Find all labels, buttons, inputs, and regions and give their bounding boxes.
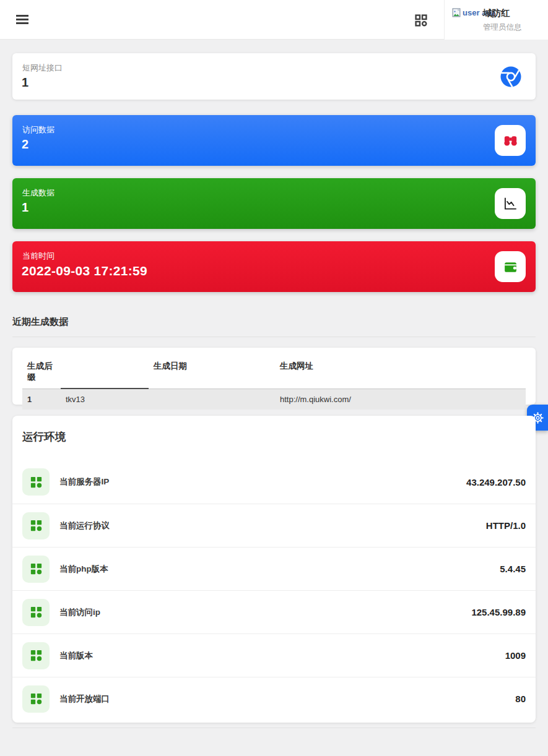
env-label: 当前php版本: [59, 564, 108, 575]
broken-image-icon: [452, 8, 461, 17]
col-header-date[interactable]: 生成日期: [149, 356, 275, 389]
table-cell-url: http://m.qiukwi.com/: [275, 389, 526, 410]
env-row-server-ip: 当前服务器IP 43.249.207.50: [12, 460, 536, 504]
grid-dot-icon: [22, 642, 50, 669]
grid-dot-icon: [22, 468, 50, 496]
env-row-php-version: 当前php版本 5.4.45: [12, 547, 536, 590]
menu-icon[interactable]: [16, 15, 30, 25]
env-label: 当前开放端口: [59, 694, 110, 705]
env-value: 43.249.207.50: [466, 477, 526, 488]
env-row-version: 当前版本 1009: [12, 634, 536, 677]
recent-section-title: 近期生成数据: [12, 316, 68, 328]
env-label: 当前运行协议: [59, 520, 110, 531]
top-bar: user avatar 域防红 管理员信息: [0, 0, 548, 40]
env-row-open-port: 当前开放端口 80: [12, 677, 536, 720]
env-value: 80: [515, 694, 526, 704]
grid-dot-icon: [22, 556, 50, 583]
recent-table-card: 生成后缀 生成日期 生成网址 1 tkv13 http://m.qiukwi.c…: [12, 348, 536, 405]
stat-label: 短网址接口: [22, 62, 63, 74]
grid-dot-icon: [22, 599, 50, 626]
table-cell-suffix: tkv13: [61, 389, 149, 410]
wallet-icon: [495, 251, 526, 282]
binoculars-icon: [495, 125, 526, 156]
env-value: 1009: [505, 650, 526, 661]
grid-dot-icon: [22, 512, 50, 539]
user-name: 域防红: [483, 7, 510, 19]
chrome-icon: [500, 66, 522, 88]
env-row-visitor-ip: 当前访问ip 125.45.99.89: [12, 590, 536, 634]
footer-divider: [12, 728, 536, 728]
env-card: 运行环境 当前服务器IP 43.249.207.50: [12, 416, 536, 723]
stat-card-visits: 访问数据 2: [12, 115, 536, 166]
col-header-suffix[interactable]: 生成后缀: [22, 356, 61, 389]
env-value: HTTP/1.0: [486, 520, 526, 531]
env-label: 当前版本: [59, 650, 93, 661]
stat-label: 生成数据: [22, 187, 54, 199]
stat-value: 2: [22, 137, 28, 152]
stat-card-generated: 生成数据 1: [12, 178, 536, 229]
stat-value: 1: [22, 200, 28, 215]
stat-label: 当前时间: [22, 251, 54, 262]
stat-card-current-time: 当前时间 2022-09-03 17:21:59: [12, 241, 536, 292]
table-cell-date: [149, 389, 275, 410]
env-label: 当前访问ip: [59, 607, 100, 618]
user-menu[interactable]: user avatar 域防红 管理员信息: [444, 0, 548, 40]
stat-card-short-url: 短网址接口 1: [12, 53, 536, 100]
dashboard-page: user avatar 域防红 管理员信息 短网址接口 1 访问数据 2: [0, 0, 548, 756]
env-value: 5.4.45: [500, 564, 526, 574]
col-header-empty[interactable]: [61, 356, 149, 389]
stat-label: 访问数据: [22, 124, 54, 135]
env-value: 125.45.99.89: [471, 607, 526, 617]
line-chart-icon: [495, 188, 526, 219]
recent-table: 生成后缀 生成日期 生成网址 1 tkv13 http://m.qiukwi.c…: [22, 356, 526, 410]
apps-grid-icon[interactable]: [414, 13, 428, 28]
table-cell-index: 1: [22, 389, 61, 410]
env-title: 运行环境: [12, 429, 536, 444]
user-role: 管理员信息: [483, 22, 522, 33]
grid-dot-icon: [22, 685, 50, 713]
stat-value: 2022-09-03 17:21:59: [22, 264, 147, 278]
stat-value: 1: [22, 75, 28, 90]
env-label: 当前服务器IP: [59, 476, 109, 488]
section-divider: [12, 337, 536, 337]
col-header-url[interactable]: 生成网址: [275, 356, 526, 389]
env-row-protocol: 当前运行协议 HTTP/1.0: [12, 504, 536, 547]
